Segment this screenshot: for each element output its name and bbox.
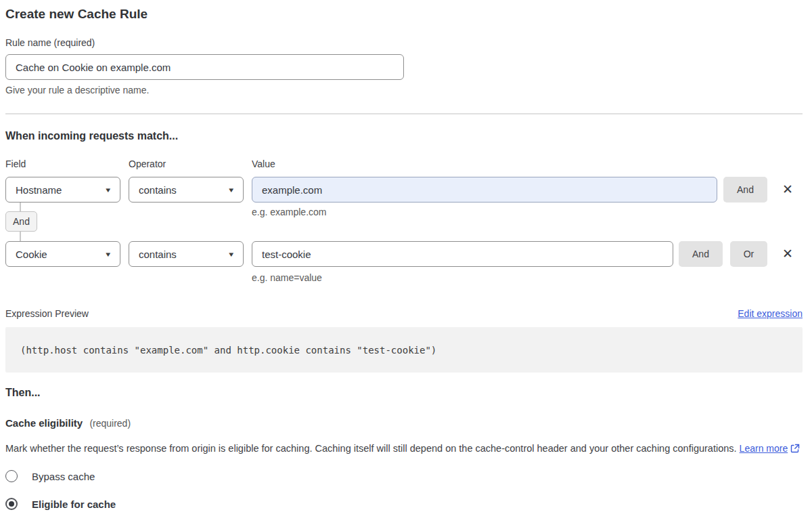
- expression-header: Expression Preview Edit expression: [5, 308, 803, 319]
- required-note: (required): [89, 418, 131, 429]
- rule-name-help: Give your rule a descriptive name.: [5, 85, 803, 95]
- create-cache-rule-form: Create new Cache Rule Rule name (require…: [0, 0, 812, 510]
- value-column-label: Value: [252, 158, 275, 169]
- field-column-label: Field: [5, 158, 129, 169]
- chevron-down-icon: ▾: [106, 250, 111, 259]
- operator-select-2-value: contains: [139, 249, 177, 260]
- operator-select-2[interactable]: contains ▾: [129, 241, 244, 267]
- operator-select-1[interactable]: contains ▾: [129, 177, 244, 203]
- remove-condition-button-1[interactable]: ✕: [773, 177, 803, 203]
- connector-band: And e.g. example.com: [5, 203, 803, 241]
- rule-name-input[interactable]: [5, 54, 404, 80]
- operator-select-1-value: contains: [139, 184, 177, 196]
- radio-option-eligible-for-cache[interactable]: Eligible for cache: [5, 498, 803, 510]
- rule-name-label: Rule name (required): [5, 37, 803, 48]
- expression-code: (http.host contains "example.com" and ht…: [20, 345, 436, 356]
- field-select-1-value: Hostname: [16, 184, 62, 196]
- add-and-condition-button-2[interactable]: And: [679, 241, 723, 267]
- chevron-down-icon: ▾: [229, 186, 234, 194]
- radio-option-bypass-cache[interactable]: Bypass cache: [5, 470, 803, 482]
- chevron-down-icon: ▾: [106, 186, 111, 194]
- expression-code-block: (http.host contains "example.com" and ht…: [5, 327, 803, 373]
- cache-eligibility-heading: Cache eligibility (required): [5, 417, 803, 429]
- radio-label-eligible: Eligible for cache: [32, 498, 116, 510]
- operator-column-label: Operator: [129, 158, 252, 169]
- field-select-2[interactable]: Cookie ▾: [5, 241, 120, 267]
- radio-button-icon[interactable]: [5, 498, 18, 510]
- remove-condition-button-2[interactable]: ✕: [773, 241, 803, 267]
- chevron-down-icon: ▾: [229, 250, 234, 259]
- close-icon: ✕: [782, 182, 793, 196]
- radio-button-icon[interactable]: [5, 470, 18, 482]
- edit-expression-link[interactable]: Edit expression: [738, 308, 803, 319]
- page-title: Create new Cache Rule: [5, 5, 803, 22]
- add-or-condition-button-2[interactable]: Or: [730, 241, 767, 267]
- condition-column-labels: Field Operator Value: [5, 158, 803, 169]
- expression-preview-label: Expression Preview: [5, 308, 89, 319]
- cache-eligibility-title: Cache eligibility: [5, 417, 83, 429]
- value-input-2[interactable]: [252, 241, 673, 267]
- add-and-condition-button-1[interactable]: And: [723, 177, 767, 203]
- value-input-1[interactable]: [252, 177, 717, 203]
- description-text: Mark whether the request’s response from…: [5, 443, 737, 454]
- value-hint-1: e.g. example.com: [252, 207, 327, 217]
- radio-label-bypass: Bypass cache: [32, 471, 95, 482]
- learn-more-link[interactable]: Learn more: [740, 443, 788, 454]
- section-divider: [5, 113, 803, 114]
- then-heading: Then...: [5, 387, 803, 399]
- field-select-2-value: Cookie: [16, 249, 47, 260]
- external-link-icon: [790, 442, 800, 457]
- condition-row-1: Hostname ▾ contains ▾ And ✕: [5, 177, 803, 203]
- field-select-1[interactable]: Hostname ▾: [5, 177, 120, 203]
- close-icon: ✕: [782, 247, 793, 261]
- value-hint-2: e.g. name=value: [252, 272, 803, 283]
- connector-and-chip[interactable]: And: [5, 211, 37, 232]
- match-heading: When incoming requests match...: [5, 130, 803, 142]
- cache-eligibility-description: Mark whether the request’s response from…: [5, 441, 803, 457]
- condition-row-2: Cookie ▾ contains ▾ And Or ✕: [5, 241, 803, 267]
